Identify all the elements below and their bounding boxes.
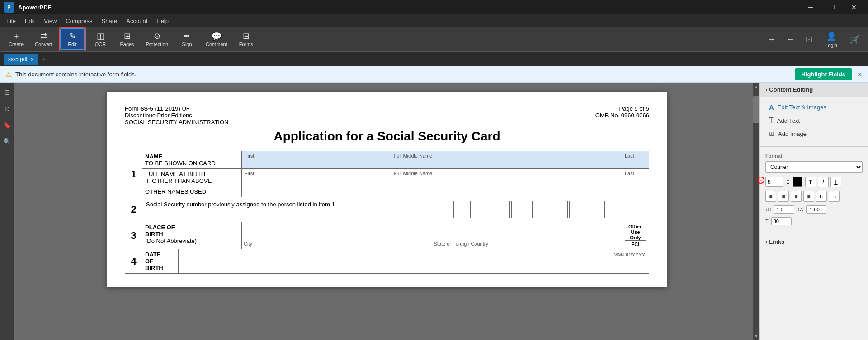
cart-button[interactable]: 🛒 xyxy=(845,28,864,50)
ssn-box[interactable] xyxy=(551,201,568,218)
minimize-button[interactable]: ─ xyxy=(800,0,821,14)
menu-help[interactable]: Help xyxy=(152,14,173,27)
align-left-button[interactable]: ≡ xyxy=(765,191,776,202)
italic-button[interactable]: T xyxy=(818,177,829,187)
close-button[interactable]: ✕ xyxy=(844,0,864,14)
links-label: Links xyxy=(769,238,784,245)
size-up-arrow[interactable]: ▲ xyxy=(786,178,790,182)
text-a-icon: A xyxy=(769,103,774,111)
ssn-group-2 xyxy=(493,201,528,218)
font-color-picker[interactable] xyxy=(793,177,802,187)
edit-text-images-item[interactable]: A Edit Text & Images xyxy=(765,101,863,114)
create-button[interactable]: ＋ Create xyxy=(4,28,28,50)
menu-account[interactable]: Account xyxy=(122,14,152,27)
form-number: Form SS-5 (11-2019) UF xyxy=(125,105,228,112)
scroll-up-arrow[interactable]: ▲ xyxy=(753,83,760,91)
underline-button[interactable]: T xyxy=(830,177,841,187)
ssn-box[interactable] xyxy=(569,201,586,218)
tab-label: ss-5.pdf xyxy=(8,56,28,62)
back-icon: ← xyxy=(786,35,794,44)
name-last-field[interactable]: Last xyxy=(622,151,649,169)
add-text-item[interactable]: T Add Text xyxy=(765,114,863,127)
edit-button[interactable]: ✎ Edit xyxy=(60,28,85,50)
other-names-field[interactable] xyxy=(242,186,649,197)
ssn-box[interactable] xyxy=(472,201,489,218)
scrollbar-thumb[interactable] xyxy=(753,96,760,123)
forward-button[interactable]: → xyxy=(763,28,780,50)
sidebar-pages-icon[interactable]: ☰ xyxy=(1,86,14,99)
format-label: Format xyxy=(765,153,863,158)
sidebar-search-icon[interactable]: 🔍 xyxy=(1,135,14,148)
pdf-document: Form SS-5 (11-2019) UF Discontinue Prior… xyxy=(107,92,667,287)
notification-close-button[interactable]: ✕ xyxy=(857,71,863,78)
bold-button[interactable]: T xyxy=(805,177,816,187)
form-table: 1 NAME TO BE SHOWN ON CARD First Full Mi… xyxy=(125,151,649,249)
font-select[interactable]: Courier Arial Times New Roman Helvetica xyxy=(765,161,863,173)
sidebar-annotation-icon[interactable]: 🔖 xyxy=(1,119,14,131)
menu-view[interactable]: View xyxy=(39,14,61,27)
size-color-row: → ▲ ▼ T T T xyxy=(765,177,863,187)
add-image-item[interactable]: ⊞ Add Image xyxy=(765,127,863,140)
comment-button[interactable]: 💬 Comment xyxy=(201,28,232,50)
form-title: Application for a Social Security Card xyxy=(125,129,649,144)
window-controls[interactable]: ─ ❐ ✕ xyxy=(800,0,864,14)
align-justify-button[interactable]: ≡ xyxy=(803,191,814,202)
convert-button[interactable]: ⇄ Convert xyxy=(30,28,57,50)
ssn-box[interactable] xyxy=(435,201,452,218)
office-use-cell: OfficeUse Only FCI xyxy=(622,222,649,249)
menu-edit[interactable]: Edit xyxy=(20,14,39,27)
menu-file[interactable]: File xyxy=(2,14,20,27)
convert-label: Convert xyxy=(35,42,52,47)
alignment-row: ≡ ≡ ≡ ≡ T↑ T↓ xyxy=(765,191,863,202)
tab-close-button[interactable]: ✕ xyxy=(30,57,34,62)
name-middle-field[interactable]: Full Middle Name xyxy=(391,151,622,169)
page-info: Page 5 of 5 xyxy=(595,105,649,112)
ocr-button[interactable]: ◫ OCR xyxy=(88,28,113,50)
tab-ss5[interactable]: ss-5.pdf ✕ xyxy=(4,54,38,65)
ssn-box[interactable] xyxy=(453,201,471,218)
size-spinner[interactable]: ▲ ▼ xyxy=(786,178,790,186)
style-buttons: T T T xyxy=(805,177,841,187)
save-button[interactable]: ⊡ xyxy=(801,28,817,50)
pages-button[interactable]: ⊞ Pages xyxy=(115,28,140,50)
birth-middle-field[interactable]: Full Middle Name xyxy=(391,169,622,186)
dob-label: DATEOFBIRTH xyxy=(142,249,179,274)
scroll-down-arrow[interactable]: ▼ xyxy=(753,332,760,340)
ocr-icon: ◫ xyxy=(97,32,104,40)
form-header: Form SS-5 (11-2019) UF Discontinue Prior… xyxy=(125,105,649,126)
name-first-field[interactable]: First xyxy=(242,151,391,169)
align-center-button[interactable]: ≡ xyxy=(778,191,789,202)
sidebar-bookmarks-icon[interactable]: ⊙ xyxy=(1,102,14,115)
protection-button[interactable]: ⊙ Protection xyxy=(142,28,173,50)
birth-last-field[interactable]: Last xyxy=(622,169,649,186)
maximize-button[interactable]: ❐ xyxy=(822,0,843,14)
line-height-input[interactable] xyxy=(774,205,794,214)
subscript-button[interactable]: T↓ xyxy=(829,191,840,202)
tab-add-button[interactable]: + xyxy=(39,55,49,63)
ssn-box[interactable] xyxy=(493,201,510,218)
add-text-label: Add Text xyxy=(777,117,800,124)
superscript-button[interactable]: T↑ xyxy=(816,191,827,202)
ssn-box[interactable] xyxy=(511,201,528,218)
opacity-input[interactable] xyxy=(771,217,792,225)
login-button[interactable]: 👤 Login xyxy=(819,28,844,50)
menu-compress[interactable]: Compress xyxy=(61,14,97,27)
edit-label: Edit xyxy=(68,42,77,47)
ssn-box[interactable] xyxy=(532,201,549,218)
size-down-arrow[interactable]: ▼ xyxy=(786,182,790,186)
links-header[interactable]: › Links xyxy=(765,238,863,245)
dob-field[interactable]: MM/DD/YYYY xyxy=(179,249,649,274)
align-right-button[interactable]: ≡ xyxy=(791,191,802,202)
birth-first-field[interactable]: First xyxy=(242,169,391,186)
menu-share[interactable]: Share xyxy=(97,14,122,27)
highlight-fields-button[interactable]: Highlight Fields xyxy=(795,68,852,80)
sign-button[interactable]: ✒ Sign xyxy=(175,28,199,50)
vertical-scrollbar[interactable]: ▲ ▼ xyxy=(753,83,760,340)
font-size-input[interactable] xyxy=(765,177,783,187)
forms-button[interactable]: ⊟ Forms xyxy=(234,28,259,50)
back-button[interactable]: ← xyxy=(782,28,799,50)
city-field[interactable] xyxy=(242,222,622,240)
ssn-box[interactable] xyxy=(588,201,605,218)
text-align-input[interactable] xyxy=(806,205,826,214)
format-section: Format Courier Arial Times New Roman Hel… xyxy=(760,149,868,229)
